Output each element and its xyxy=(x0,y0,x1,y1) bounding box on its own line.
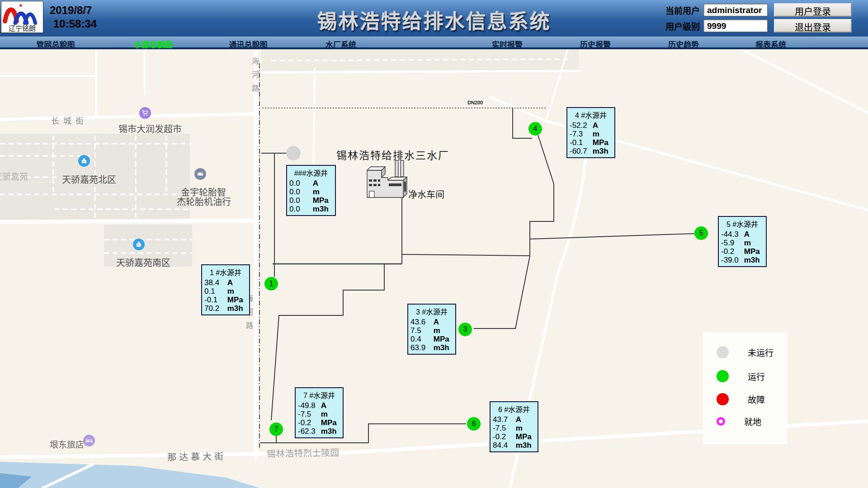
hotel-bed-icon xyxy=(83,435,95,446)
street-label-changcheng: 长城街 xyxy=(51,114,88,126)
nav-item-water-source-overview[interactable]: 水源总貌图 xyxy=(134,38,173,50)
nav-item-plant-system[interactable]: 水厂系统 xyxy=(326,38,356,50)
current-user-field[interactable]: administrator xyxy=(703,4,768,16)
legend-stopped-icon xyxy=(717,346,729,358)
supermarket-cart-icon xyxy=(139,107,151,119)
well-circle-6[interactable]: 6 xyxy=(467,417,481,431)
workshop-label: 净水车间 xyxy=(408,188,444,201)
nav-item-comm-overview[interactable]: 通讯总貌图 xyxy=(229,38,268,50)
legend-running-icon xyxy=(717,370,729,382)
street-label-nadamu: 那达慕大街 xyxy=(167,449,226,463)
well-box-5[interactable]: 5 #水源井 -44.3A -5.9m -0.2MPa -39.0m3h xyxy=(718,216,767,267)
poi-label-tianjiao: 天骄嘉苑 xyxy=(0,170,28,182)
date-text: 2019/8/7 xyxy=(50,4,97,17)
well-circle-3[interactable]: 3 xyxy=(458,323,472,336)
poi-label-tire-line2: 杰轮胎机油行 xyxy=(177,195,231,208)
street-label-lieshiling: 锡林浩特烈士陵园 xyxy=(267,446,339,460)
login-button[interactable]: 用户登录 xyxy=(774,3,852,17)
nav-item-history-alarm[interactable]: 历史报警 xyxy=(580,38,611,50)
main-nav: 管网总貌图 水源总貌图 通讯总貌图 水厂系统 实时报警 历史报警 历史趋势 报表… xyxy=(0,37,868,49)
legend-stopped-label: 未运行 xyxy=(748,346,774,358)
well-box-3[interactable]: 3 #水源井 43.6A 7.5m 0.4MPa 63.9m3h xyxy=(407,304,456,355)
well-circle-5[interactable]: 5 xyxy=(694,226,708,240)
user-panel: 当前用户 administrator 用户登录 用户级别 9999 退出登录 xyxy=(665,3,852,34)
river-water xyxy=(0,462,260,488)
logo-text: 辽宁铭朗 xyxy=(9,25,36,32)
well-box-2[interactable]: ###水源井 0.0A 0.0m 0.0MPa 0.0m3h xyxy=(286,165,336,216)
residence-north-icon xyxy=(78,155,90,167)
page-title: 锡林浩特给排水信息系统 xyxy=(317,5,551,34)
well-circle-7[interactable]: 7 xyxy=(269,422,283,436)
legend-fault-icon xyxy=(717,393,729,405)
logo-swoosh-icon xyxy=(2,2,42,25)
poi-label-tianjiao-north: 天骄嘉苑北区 xyxy=(62,173,116,186)
well-box-1[interactable]: 1 #水源井 38.4A 0.1m -0.1MPa 70.2m3h xyxy=(201,264,250,315)
legend-local-label: 就地 xyxy=(744,415,761,427)
legend-fault-label: 故障 xyxy=(748,393,765,405)
datetime: 2019/8/7 10:58:34 xyxy=(50,4,97,31)
poi-label-supermarket: 锡市大润发超市 xyxy=(118,122,182,135)
well-circle-2-stopped[interactable] xyxy=(286,146,301,160)
nav-item-history-trend[interactable]: 历史趋势 xyxy=(668,38,699,50)
nav-item-realtime-alarm[interactable]: 实时报警 xyxy=(492,38,523,50)
legend-local-icon xyxy=(717,417,725,426)
poi-label-tianjiao-south: 天骄嘉苑南区 xyxy=(116,256,170,269)
time-text: 10:58:34 xyxy=(50,17,97,31)
user-level-label: 用户级别 xyxy=(665,20,700,32)
map-canvas: 长城街 海河路 海河路 那达慕大街 锡林浩特烈士陵园 锡市大润发超市 天骄嘉苑 … xyxy=(0,49,868,488)
app-logo: 辽宁铭朗 xyxy=(1,1,43,33)
user-level-field[interactable]: 9999 xyxy=(703,19,768,32)
current-user-label: 当前用户 xyxy=(665,4,700,16)
well-box-7[interactable]: 7 #水源井 -49.8A -7.5m -0.2MPa -62.3m3h xyxy=(295,387,344,438)
tire-shop-car-icon xyxy=(194,168,206,180)
street-label-haihe-top: 海河路 xyxy=(249,57,260,98)
well-circle-4[interactable]: 4 xyxy=(528,122,542,136)
poi-label-hotel: 垠东旅店 xyxy=(50,438,84,450)
nav-item-pipe-network-overview[interactable]: 管网总貌图 xyxy=(37,38,75,50)
residence-south-icon xyxy=(133,239,145,250)
nav-item-report-system[interactable]: 报表系统 xyxy=(755,38,786,50)
header: 辽宁铭朗 2019/8/7 10:58:34 锡林浩特给排水信息系统 当前用户 … xyxy=(0,0,868,37)
status-legend: 未运行 运行 故障 就地 xyxy=(703,332,787,444)
well-box-6[interactable]: 6 #水源井 43.7A -7.5m -0.2MPa 84.4m3h xyxy=(490,401,538,452)
well-box-4[interactable]: 4 #水源井 -52.2A -7.3m -0.1MPa -60.7m3h xyxy=(566,107,615,158)
legend-running-label: 运行 xyxy=(748,370,765,382)
logout-button[interactable]: 退出登录 xyxy=(774,19,852,33)
scada-app: 辽宁铭朗 2019/8/7 10:58:34 锡林浩特给排水信息系统 当前用户 … xyxy=(0,0,868,488)
well-circle-1[interactable]: 1 xyxy=(264,277,278,291)
dn200-label: DN200 xyxy=(467,100,483,105)
